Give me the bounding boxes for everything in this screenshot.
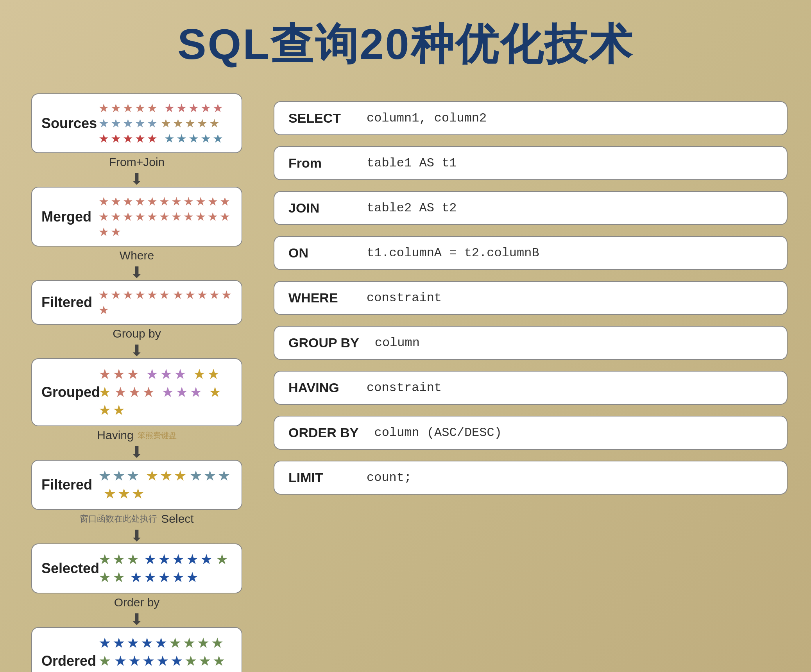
star: ★ (200, 551, 213, 568)
star: ★ (158, 569, 170, 586)
star: ★ (147, 132, 158, 145)
star: ★ (98, 303, 109, 317)
star: ★ (197, 116, 208, 130)
star: ★ (127, 468, 139, 484)
star: ★ (113, 635, 125, 651)
filtered2-box: Filtered ★ ★ ★ ★ ★ ★ ★ ★ ★ ★ ★ ★ (31, 460, 242, 510)
star: ★ (98, 195, 109, 208)
star: ★ (147, 195, 158, 208)
star: ★ (213, 653, 225, 669)
star: ★ (128, 384, 141, 400)
star: ★ (113, 468, 125, 484)
star: ★ (111, 101, 121, 115)
merged-label: Merged (41, 209, 92, 225)
sql-box-3: ON t1.columnA = t2.columnB (274, 236, 788, 270)
sql-keyword-4: WHERE (288, 290, 351, 306)
star: ★ (159, 210, 170, 223)
right-sql: SELECT column1, column2 From table1 AS t… (274, 93, 788, 495)
arrow2-down: ⬇ (130, 265, 143, 280)
arrow5-down: ⬇ (130, 528, 143, 543)
filtered2-stars: ★ ★ ★ ★ ★ ★ ★ ★ ★ ★ ★ ★ (98, 468, 232, 502)
star: ★ (147, 116, 158, 130)
star: ★ (221, 288, 232, 302)
star: ★ (114, 384, 127, 400)
star: ★ (123, 116, 133, 130)
arrow5-area: 窗口函数在此处执行 Select ⬇ (23, 510, 250, 543)
star: ★ (161, 116, 171, 130)
page-title: SQL查询20种优化技术 (177, 16, 633, 74)
star: ★ (142, 384, 155, 400)
star: ★ (183, 635, 195, 651)
star: ★ (128, 653, 141, 669)
arrow3-area: Group by ⬇ (23, 325, 250, 358)
arrow2-area: Where ⬇ (23, 247, 250, 280)
star: ★ (111, 225, 121, 239)
star: ★ (209, 384, 221, 400)
star: ★ (142, 653, 155, 669)
watermark: 笨熊费键盘 (138, 430, 177, 441)
star: ★ (185, 288, 195, 302)
star: ★ (164, 101, 175, 115)
left-flow: Sources ★ ★ ★ ★ ★ ★ ★ ★ ★ ★ ★ ★ ★ (23, 93, 250, 672)
sql-value-7: column (ASC/DESC) (374, 425, 501, 440)
filtered1-label: Filtered (41, 294, 92, 311)
star: ★ (113, 402, 125, 418)
star: ★ (220, 195, 230, 208)
star: ★ (146, 468, 158, 484)
arrow3-label: Group by (113, 327, 161, 340)
star: ★ (209, 116, 220, 130)
selected-label: Selected (41, 560, 92, 577)
sql-keyword-7: ORDER BY (288, 425, 358, 440)
filtered1-box: Filtered ★ ★ ★ ★ ★ ★ ★ ★ ★ ★ ★ ★ (31, 280, 242, 325)
star: ★ (169, 635, 181, 651)
sql-keyword-1: From (288, 155, 351, 171)
star: ★ (113, 366, 125, 382)
main-container: SQL查询20种优化技术 Sources ★ ★ ★ ★ ★ ★ ★ ★ ★ ★ (0, 0, 811, 672)
star: ★ (204, 468, 216, 484)
star: ★ (111, 132, 121, 145)
star: ★ (172, 551, 184, 568)
star: ★ (155, 635, 167, 651)
sql-keyword-8: LIMIT (288, 470, 351, 485)
sources-label: Sources (41, 115, 92, 132)
star: ★ (211, 635, 224, 651)
star: ★ (114, 653, 127, 669)
star: ★ (123, 195, 133, 208)
merged-box: Merged ★ ★ ★ ★ ★ ★ ★ ★ ★ ★ ★ ★ ★ ★ ★ (31, 187, 242, 247)
star: ★ (186, 569, 199, 586)
star: ★ (186, 551, 199, 568)
star: ★ (201, 132, 211, 145)
star: ★ (135, 195, 145, 208)
star: ★ (160, 468, 172, 484)
star: ★ (188, 101, 199, 115)
arrow1-down: ⬇ (130, 171, 143, 187)
star: ★ (197, 635, 209, 651)
star: ★ (147, 210, 158, 223)
star: ★ (135, 101, 145, 115)
grouped-label: Grouped (41, 384, 92, 400)
star: ★ (213, 101, 223, 115)
star: ★ (147, 288, 158, 302)
arrow4-down: ⬇ (130, 444, 143, 460)
star: ★ (98, 402, 111, 418)
star: ★ (127, 366, 139, 382)
sql-value-3: t1.columnA = t2.columnB (367, 246, 539, 260)
star: ★ (199, 653, 211, 669)
star: ★ (135, 210, 145, 223)
star: ★ (209, 288, 220, 302)
star: ★ (98, 101, 109, 115)
sql-value-6: constraint (367, 381, 442, 395)
star: ★ (185, 116, 195, 130)
star: ★ (171, 210, 182, 223)
star: ★ (113, 569, 125, 586)
star: ★ (141, 635, 153, 651)
arrow2-label: Where (120, 249, 154, 262)
sql-box-4: WHERE constraint (274, 281, 788, 315)
sql-value-5: column (375, 336, 420, 350)
star: ★ (127, 635, 139, 651)
star: ★ (98, 225, 109, 239)
star: ★ (195, 195, 206, 208)
star: ★ (159, 195, 170, 208)
sql-keyword-0: SELECT (288, 111, 351, 126)
star: ★ (104, 486, 116, 502)
